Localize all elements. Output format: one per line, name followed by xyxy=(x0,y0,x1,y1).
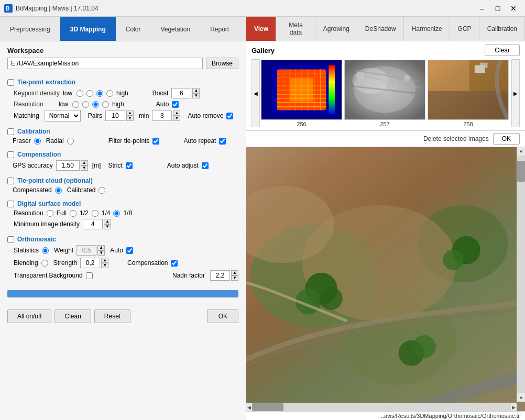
ok-button[interactable]: OK xyxy=(207,310,238,323)
gps-down[interactable]: ▼ xyxy=(81,165,88,171)
dsm-half-radio[interactable] xyxy=(70,210,76,217)
min-input[interactable] xyxy=(152,110,172,121)
ortho-auto-checkbox[interactable] xyxy=(126,247,133,254)
gallery-next[interactable]: ▶ xyxy=(511,59,520,127)
filter-tiepoints-checkbox[interactable] xyxy=(152,138,159,145)
nadir-up[interactable]: ▲ xyxy=(231,270,238,275)
tab-report[interactable]: Report xyxy=(200,17,239,41)
tiepoint-cloud-checkbox[interactable] xyxy=(7,178,14,184)
gallery-prev[interactable]: ◀ xyxy=(251,59,260,127)
strength-up[interactable]: ▲ xyxy=(101,258,108,263)
clear-button[interactable]: Clear xyxy=(485,45,520,56)
pairs-down[interactable]: ▼ xyxy=(126,116,134,121)
auto-adjust-checkbox[interactable] xyxy=(202,162,209,169)
weight-input[interactable] xyxy=(76,245,96,256)
blending-radio[interactable] xyxy=(41,260,48,267)
minimize-button[interactable]: – xyxy=(475,2,489,15)
dsm-quarter-radio[interactable] xyxy=(92,210,99,217)
scroll-vertical[interactable]: ▲ ▼ xyxy=(517,147,525,402)
min-down[interactable]: ▼ xyxy=(173,116,180,121)
dsm-checkbox[interactable] xyxy=(7,201,14,207)
nadir-down[interactable]: ▼ xyxy=(231,275,238,281)
tab-color[interactable]: Color xyxy=(116,17,151,41)
res-med[interactable] xyxy=(92,101,99,108)
dsm-eighth-radio[interactable] xyxy=(113,210,120,217)
compensation-checkbox[interactable] xyxy=(7,151,14,158)
kp-density-med[interactable] xyxy=(96,90,103,97)
scroll-right-btn[interactable]: ▶ xyxy=(511,404,517,411)
all-on-off-button[interactable]: All on/off xyxy=(7,310,51,323)
scroll-left-btn[interactable]: ◀ xyxy=(246,404,252,411)
tab-metadata[interactable]: Meta data xyxy=(276,17,315,41)
density-input[interactable] xyxy=(83,219,103,229)
kp-density-low1[interactable] xyxy=(76,90,83,97)
maximize-button[interactable]: □ xyxy=(490,2,505,15)
density-up[interactable]: ▲ xyxy=(104,219,111,224)
statistics-radio[interactable] xyxy=(42,247,49,254)
dsm-half-label: 1/2 xyxy=(80,209,89,217)
close-button[interactable]: ✕ xyxy=(506,2,521,15)
tab-agrowing[interactable]: Agrowing xyxy=(315,17,357,41)
pairs-input[interactable] xyxy=(105,110,125,121)
gallery-img-258[interactable]: 258 xyxy=(428,60,509,127)
pairs-up[interactable]: ▲ xyxy=(126,110,134,116)
strength-input[interactable] xyxy=(80,258,100,268)
kp-density-high1[interactable] xyxy=(106,90,113,97)
browse-button[interactable]: Browse xyxy=(206,58,238,69)
scroll-down-btn[interactable]: ▼ xyxy=(518,394,524,402)
scroll-horizontal[interactable]: ◀ ▶ xyxy=(246,403,517,411)
gps-up[interactable]: ▲ xyxy=(81,160,88,165)
tab-deshadow[interactable]: DeShadow xyxy=(357,17,404,41)
gallery-img-257[interactable]: 257 xyxy=(344,60,425,127)
tiepoint-cloud-label: Tie-point cloud (optional) xyxy=(17,177,93,184)
window-controls: – □ ✕ xyxy=(475,2,521,15)
tab-view[interactable]: View xyxy=(246,17,276,41)
ortho-compensation-checkbox[interactable] xyxy=(171,260,178,267)
tab-3dmapping[interactable]: 3D Mapping xyxy=(60,17,116,41)
tab-calibration-right[interactable]: Calibration xyxy=(479,17,525,41)
compensated-radio[interactable] xyxy=(55,187,62,194)
workspace-input[interactable] xyxy=(7,58,203,69)
res-low2[interactable] xyxy=(82,101,89,108)
transparent-bg-checkbox[interactable] xyxy=(86,272,93,279)
gallery-ok-button[interactable]: OK xyxy=(493,133,520,145)
gallery-img-256[interactable]: 256 xyxy=(261,60,342,127)
tab-harmonize[interactable]: Harmonize xyxy=(404,17,450,41)
res-low1[interactable] xyxy=(72,101,79,108)
compensated-label: Compensated xyxy=(13,186,52,194)
auto-remove-checkbox[interactable] xyxy=(226,113,233,119)
kp-density-low2[interactable] xyxy=(86,90,93,97)
density-down[interactable]: ▼ xyxy=(104,224,111,229)
dsm-full-radio[interactable] xyxy=(47,210,53,217)
fraser-radio[interactable] xyxy=(34,138,41,145)
tab-preprocessing[interactable]: Preprocessing xyxy=(0,17,60,41)
gallery-title: Gallery xyxy=(251,47,275,54)
scroll-up-btn[interactable]: ▲ xyxy=(518,147,524,154)
clean-button[interactable]: Clean xyxy=(54,310,91,323)
reset-button[interactable]: Reset xyxy=(94,310,130,323)
gps-input[interactable] xyxy=(56,160,80,171)
boost-up[interactable]: ▲ xyxy=(192,88,200,93)
res-high1[interactable] xyxy=(102,101,109,108)
strict-checkbox[interactable] xyxy=(126,162,133,169)
auto-repeat-checkbox[interactable] xyxy=(219,138,226,145)
tie-point-header: Tie-point extraction xyxy=(7,79,238,86)
min-up[interactable]: ▲ xyxy=(173,110,180,116)
boost-input[interactable] xyxy=(171,88,191,98)
radial-radio[interactable] xyxy=(67,138,74,145)
weight-up[interactable]: ▲ xyxy=(97,245,105,250)
boost-down[interactable]: ▼ xyxy=(192,93,200,98)
auto-checkbox-res[interactable] xyxy=(172,101,179,108)
tie-point-checkbox[interactable] xyxy=(7,79,14,86)
tab-vegetation[interactable]: Vegetation xyxy=(150,17,200,41)
orthomosaic-checkbox[interactable] xyxy=(7,236,14,243)
strength-down[interactable]: ▼ xyxy=(101,263,108,268)
calibrated-radio[interactable] xyxy=(99,187,105,194)
strength-spinner-btns: ▲ ▼ xyxy=(101,258,108,268)
calibration-checkbox[interactable] xyxy=(7,128,14,135)
matching-select[interactable]: Normal Strict Wide xyxy=(45,110,81,121)
gallery-img-258-frame xyxy=(428,60,509,120)
weight-down[interactable]: ▼ xyxy=(97,250,105,256)
nadir-input[interactable] xyxy=(210,270,230,281)
tab-gcp[interactable]: GCP xyxy=(450,17,479,41)
